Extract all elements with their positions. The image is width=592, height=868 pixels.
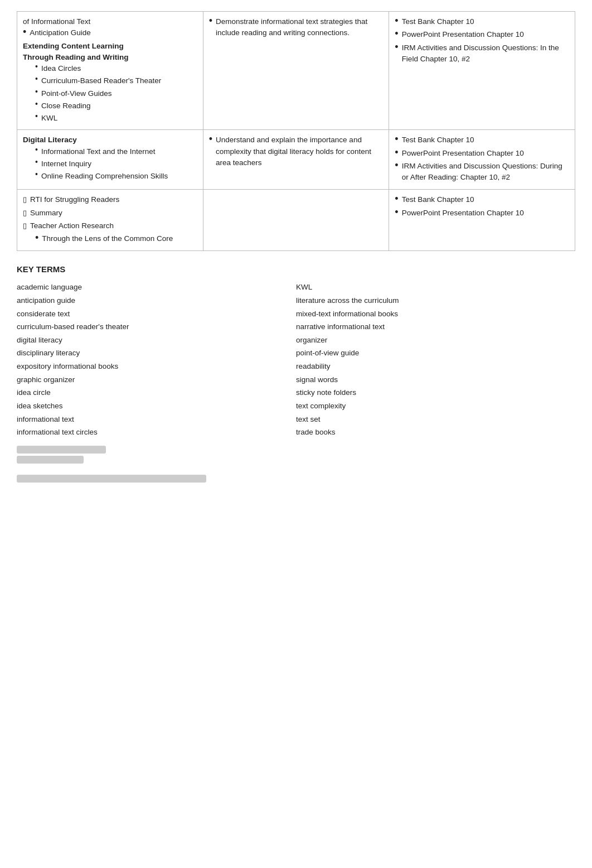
blurred-line2	[17, 456, 84, 464]
list-item: trade books	[296, 426, 575, 439]
bullet-icon: •	[35, 158, 38, 166]
bullet-text: Internet Inquiry	[41, 158, 91, 170]
bullet-icon: •	[395, 207, 398, 217]
bullet-icon: •	[395, 134, 398, 144]
table-cell-col2-row2: • Understand and explain the importance …	[203, 130, 389, 190]
key-terms-col1: academic language anticipation guide con…	[17, 281, 296, 439]
list-item: curriculum-based reader's theater	[17, 320, 296, 334]
bullet-text: Test Bank Chapter 10	[402, 134, 474, 146]
table-cell-col1-row2: Digital Literacy • Informational Text an…	[17, 130, 203, 190]
section-subtitle: Through Reading and Writing	[23, 52, 197, 63]
bullet-text: Informational Text and the Internet	[41, 146, 156, 157]
list-item: anticipation guide	[17, 294, 296, 307]
item-text: Summary	[30, 208, 62, 219]
block-icon: ▯	[23, 208, 27, 219]
list-item: point-of-view guide	[296, 346, 575, 360]
bullet-icon: •	[35, 112, 38, 120]
block-icon: ▯	[23, 220, 27, 232]
bullet-icon: •	[35, 75, 38, 83]
list-item: mixed-text informational books	[296, 307, 575, 321]
bullet-text: IRM Activities and Discussion Questions:…	[402, 161, 569, 184]
bullet-icon: •	[395, 160, 398, 170]
bullet-text: Test Bank Chapter 10	[402, 16, 474, 27]
bullet-text: Anticipation Guide	[30, 27, 91, 38]
key-terms-grid: academic language anticipation guide con…	[17, 281, 575, 439]
table-row: ▯ RTI for Struggling Readers ▯ Summary ▯…	[17, 190, 575, 251]
bullet-icon: •	[209, 16, 212, 26]
footer-blurred	[17, 446, 575, 483]
bullet-icon: •	[395, 194, 398, 204]
bullet-text: IRM Activities and Discussion Questions:…	[402, 42, 569, 65]
list-item: digital literacy	[17, 334, 296, 347]
block-icon: ▯	[23, 194, 27, 205]
table-cell-col1-row1: of Informational Text • Anticipation Gui…	[17, 12, 203, 130]
list-item: informational text	[17, 413, 296, 426]
list-item: informational text circles	[17, 426, 296, 439]
list-item: considerate text	[17, 307, 296, 321]
table-cell-col3-row3: • Test Bank Chapter 10 • PowerPoint Pres…	[389, 190, 575, 251]
list-item: graphic organizer	[17, 373, 296, 387]
table-row: of Informational Text • Anticipation Gui…	[17, 12, 575, 130]
bullet-text: Close Reading	[41, 100, 91, 112]
blurred-line1	[17, 446, 106, 454]
item-text: Teacher Action Research	[30, 220, 114, 232]
list-item: sticky note folders	[296, 386, 575, 399]
bullet-icon: •	[395, 28, 398, 38]
list-item: academic language	[17, 281, 296, 294]
list-item: KWL	[296, 281, 575, 294]
item-text: RTI for Struggling Readers	[30, 194, 119, 205]
bullet-icon: •	[395, 42, 398, 52]
text-line: of Informational Text	[23, 16, 197, 27]
table-cell-col2-row1: • Demonstrate informational text strateg…	[203, 12, 389, 130]
list-item: readability	[296, 360, 575, 373]
bullet-icon: •	[395, 147, 398, 157]
table-cell-col3-row1: • Test Bank Chapter 10 • PowerPoint Pres…	[389, 12, 575, 130]
bullet-text: Demonstrate informational text strategie…	[216, 16, 383, 39]
list-item: narrative informational text	[296, 320, 575, 334]
bullet-text: Online Reading Comprehension Skills	[41, 171, 168, 182]
bullet-icon: •	[35, 233, 38, 243]
bullet-text: KWL	[41, 113, 57, 124]
bullet-icon: •	[35, 170, 38, 178]
list-item: text set	[296, 413, 575, 426]
bullet-text: Through the Lens of the Common Core	[42, 233, 173, 244]
list-item: text complexity	[296, 399, 575, 413]
table-row: Digital Literacy • Informational Text an…	[17, 130, 575, 190]
list-item: disciplinary literacy	[17, 346, 296, 360]
bullet-text: PowerPoint Presentation Chapter 10	[402, 29, 524, 40]
bullet-icon: •	[35, 88, 38, 95]
content-table: of Informational Text • Anticipation Gui…	[17, 11, 575, 251]
blurred-line3	[17, 475, 206, 483]
list-item: organizer	[296, 334, 575, 347]
key-terms-title: KEY TERMS	[17, 264, 575, 274]
bullet-text: Test Bank Chapter 10	[402, 194, 474, 205]
list-item: literature across the curriculum	[296, 294, 575, 307]
bullet-icon: •	[35, 146, 38, 153]
list-item: signal words	[296, 373, 575, 387]
bullet-text: Point-of-View Guides	[41, 88, 112, 99]
key-terms-section: KEY TERMS academic language anticipation…	[17, 264, 575, 483]
bullet-text: Idea Circles	[41, 63, 81, 74]
bullet-icon: •	[35, 100, 38, 108]
bullet-icon: •	[395, 16, 398, 26]
list-item: expository informational books	[17, 360, 296, 373]
table-cell-col3-row2: • Test Bank Chapter 10 • PowerPoint Pres…	[389, 130, 575, 190]
table-cell-col1-row3: ▯ RTI for Struggling Readers ▯ Summary ▯…	[17, 190, 203, 251]
list-item: idea sketches	[17, 399, 296, 413]
bullet-icon: •	[35, 62, 38, 70]
bullet-icon: •	[23, 27, 26, 37]
bullet-icon: •	[209, 134, 212, 144]
bullet-text: PowerPoint Presentation Chapter 10	[402, 208, 524, 219]
key-terms-col2: KWL literature across the curriculum mix…	[296, 281, 575, 439]
bullet-text: PowerPoint Presentation Chapter 10	[402, 148, 524, 159]
table-cell-col2-row3	[203, 190, 389, 251]
list-item: idea circle	[17, 386, 296, 399]
bullet-text: Understand and explain the importance an…	[216, 134, 383, 168]
section-title: Extending Content Learning	[23, 41, 197, 52]
section-title: Digital Literacy	[23, 134, 197, 146]
bullet-text: Curriculum-Based Reader's Theater	[41, 75, 161, 86]
